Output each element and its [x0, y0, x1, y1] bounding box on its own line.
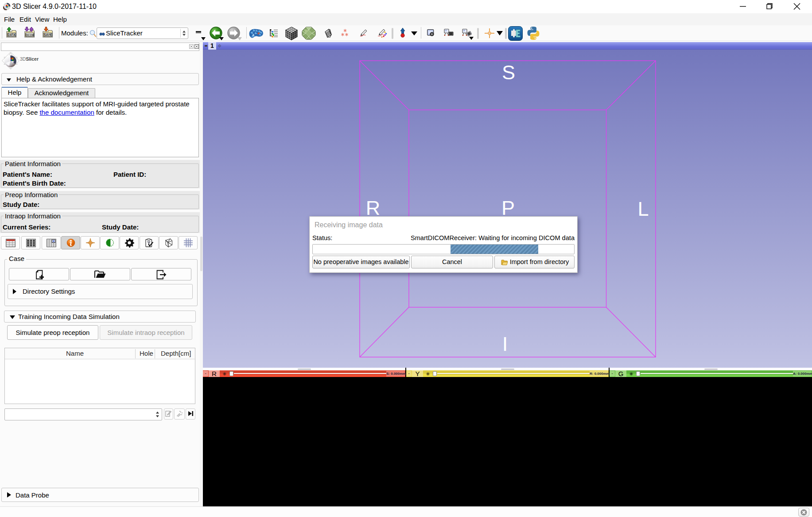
- svg-text:SAVE: SAVE: [44, 33, 52, 36]
- svg-text:DATA: DATA: [8, 33, 15, 36]
- svg-text:DICOM: DICOM: [26, 34, 34, 36]
